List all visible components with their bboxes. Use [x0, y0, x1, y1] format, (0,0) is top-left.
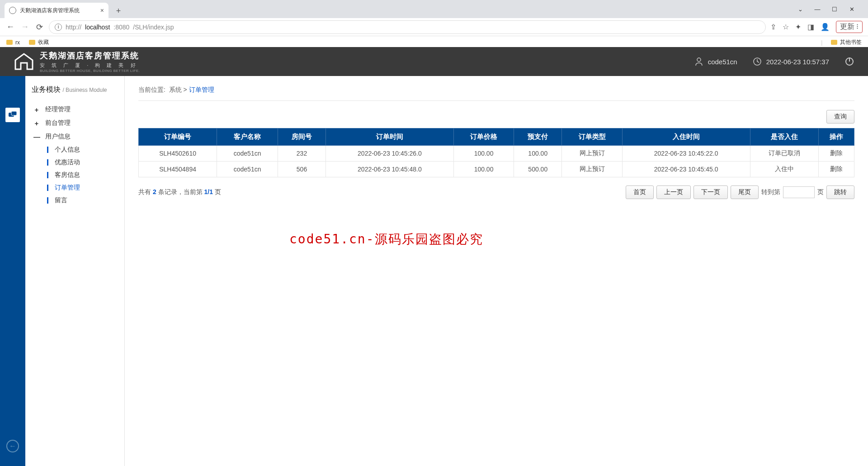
- close-icon[interactable]: ×: [100, 7, 104, 14]
- table-row: SLH4502610code51cn2322022-06-23 10:45:26…: [139, 146, 854, 162]
- url-prefix: http://: [66, 24, 81, 31]
- table-header: 订单类型: [562, 128, 622, 146]
- sidebar-subitem-label: 优惠活动: [55, 158, 80, 166]
- url-input[interactable]: i http://localhost:8080/SLH/index.jsp: [49, 20, 766, 34]
- sidebar-subitem[interactable]: 留言: [32, 194, 118, 207]
- back-circle-icon[interactable]: ←: [6, 440, 19, 452]
- table-cell: 2022-06-23 10:45:45.0: [622, 162, 750, 177]
- sidebar-subitem[interactable]: 客房信息: [32, 169, 118, 181]
- user-info[interactable]: code51cn: [694, 57, 737, 66]
- bookmark-rx[interactable]: rx: [6, 39, 20, 46]
- sidebar-subitem-label: 客房信息: [55, 171, 80, 179]
- table-header: 预支付: [514, 128, 562, 146]
- table-cell: 订单已取消: [750, 146, 819, 162]
- table-header: 入住时间: [622, 128, 750, 146]
- last-page-button[interactable]: 尾页: [731, 185, 759, 199]
- window-controls: ⌄ — ☐ ✕: [795, 0, 863, 18]
- table-header: 房间号: [278, 128, 326, 146]
- sidebar-item[interactable]: +前台管理: [32, 116, 118, 130]
- table-cell: SLH4504894: [139, 162, 217, 177]
- folder-icon: [831, 40, 837, 45]
- pager-info: 共有 2 条记录，当前第 1/1 页: [138, 188, 221, 196]
- sidebar-subitem[interactable]: 个人信息: [32, 143, 118, 156]
- goto-suffix: 页: [817, 188, 824, 196]
- delete-action[interactable]: 删除: [819, 162, 854, 177]
- prev-page-button[interactable]: 上一页: [656, 185, 691, 199]
- reload-icon[interactable]: ⟳: [34, 22, 44, 32]
- table-header: 客户名称: [217, 128, 278, 146]
- pager: 共有 2 条记录，当前第 1/1 页 首页 上一页 下一页 尾页 转到第 页 跳…: [138, 185, 854, 199]
- user-icon: [694, 57, 703, 66]
- update-button[interactable]: 更新 ⁝: [836, 21, 863, 33]
- sidebar-item-label: 用户信息: [45, 133, 71, 141]
- table-cell: code51cn: [217, 146, 278, 162]
- first-page-button[interactable]: 首页: [626, 185, 654, 199]
- sidebar-subitem[interactable]: 优惠活动: [32, 156, 118, 169]
- table-cell: 2022-06-23 10:45:48.0: [326, 162, 454, 177]
- profile-icon[interactable]: 👤: [821, 23, 830, 31]
- next-page-button[interactable]: 下一页: [693, 185, 728, 199]
- back-icon[interactable]: ←: [5, 22, 15, 32]
- sidebar-subitem-label: 留言: [55, 196, 67, 204]
- tab-bar: 天鹅湖酒店客房管理系统 × + ⌄ — ☐ ✕: [0, 0, 868, 18]
- bookmark-other[interactable]: | 其他书签: [821, 38, 862, 46]
- close-window-icon[interactable]: ✕: [846, 6, 857, 13]
- folder-icon: [29, 40, 35, 45]
- app-logo: 天鹅湖酒店客房管理系统 安 筑 广 厦 · 构 建 美 好 BUILDING B…: [14, 50, 140, 73]
- app-subtitle: 安 筑 广 厦 · 构 建 美 好: [40, 62, 140, 69]
- info-icon[interactable]: i: [55, 24, 62, 31]
- star-icon[interactable]: ☆: [783, 23, 789, 31]
- dropdown-icon[interactable]: ⌄: [795, 6, 806, 13]
- app-body: ← 业务模块 / Business Module +经理管理+前台管理—用户信息…: [0, 76, 868, 466]
- app-title: 天鹅湖酒店客房管理系统: [40, 50, 140, 61]
- datetime: 2022-06-23 10:57:37: [766, 58, 829, 66]
- logout-button[interactable]: [844, 57, 854, 67]
- address-bar: ← → ⟳ i http://localhost:8080/SLH/index.…: [0, 18, 868, 36]
- tab-title: 天鹅湖酒店客房管理系统: [20, 7, 80, 14]
- sidebar-title: 业务模块 / Business Module: [32, 85, 118, 95]
- maximize-icon[interactable]: ☐: [829, 6, 840, 13]
- main-content: 当前位置: 系统 > 订单管理 查询 订单编号客户名称房间号订单时间订单价格预支…: [125, 76, 868, 466]
- browser-tab[interactable]: 天鹅湖酒店客房管理系统 ×: [5, 3, 108, 18]
- query-button[interactable]: 查询: [826, 110, 854, 124]
- table-header: 是否入住: [750, 128, 819, 146]
- table-cell: 2022-06-23 10:45:26.0: [326, 146, 454, 162]
- delete-action[interactable]: 删除: [819, 146, 854, 162]
- table-header: 操作: [819, 128, 854, 146]
- module-icon[interactable]: [5, 108, 20, 122]
- panel-icon[interactable]: ◨: [807, 23, 814, 31]
- sidebar: 业务模块 / Business Module +经理管理+前台管理—用户信息个人…: [25, 76, 125, 466]
- logo-icon: [14, 52, 34, 71]
- svg-rect-5: [11, 111, 17, 115]
- share-icon[interactable]: ⇪: [770, 23, 776, 31]
- jump-button[interactable]: 跳转: [826, 185, 854, 199]
- table-cell: SLH4502610: [139, 146, 217, 162]
- app-subtitle-en: BUILDING BETTER HOUSE, BUILDING BETTER L…: [40, 69, 140, 73]
- table-cell: code51cn: [217, 162, 278, 177]
- power-icon: [844, 57, 854, 67]
- bookmark-fav[interactable]: 收藏: [29, 38, 49, 46]
- table-cell: 506: [278, 162, 326, 177]
- sidebar-subitem[interactable]: 订单管理: [32, 181, 118, 194]
- breadcrumb: 当前位置: 系统 > 订单管理: [138, 86, 854, 101]
- extension-icon[interactable]: ✦: [795, 23, 801, 31]
- sidebar-item[interactable]: —用户信息: [32, 130, 118, 143]
- url-path: /SLH/index.jsp: [133, 24, 174, 31]
- table-cell: 入住中: [750, 162, 819, 177]
- table-cell: 100.00: [453, 162, 514, 177]
- new-tab-button[interactable]: +: [112, 5, 125, 18]
- browser-chrome: 天鹅湖酒店客房管理系统 × + ⌄ — ☐ ✕ ← → ⟳ i http://l…: [0, 0, 868, 47]
- svg-point-0: [697, 58, 701, 62]
- minimize-icon[interactable]: —: [812, 6, 823, 13]
- globe-icon: [9, 7, 16, 14]
- breadcrumb-system[interactable]: 系统: [169, 86, 182, 93]
- sidebar-item-label: 经理管理: [45, 105, 71, 114]
- left-rail: ←: [0, 76, 25, 466]
- goto-page-input[interactable]: [783, 186, 815, 198]
- addr-right: ⇪ ☆ ✦ ◨ 👤 更新 ⁝: [770, 21, 863, 33]
- sidebar-item[interactable]: +经理管理: [32, 103, 118, 116]
- folder-icon: [6, 40, 13, 45]
- app-header: 天鹅湖酒店客房管理系统 安 筑 广 厦 · 构 建 美 好 BUILDING B…: [0, 47, 868, 76]
- forward-icon[interactable]: →: [20, 22, 30, 32]
- breadcrumb-current: 订单管理: [189, 86, 214, 93]
